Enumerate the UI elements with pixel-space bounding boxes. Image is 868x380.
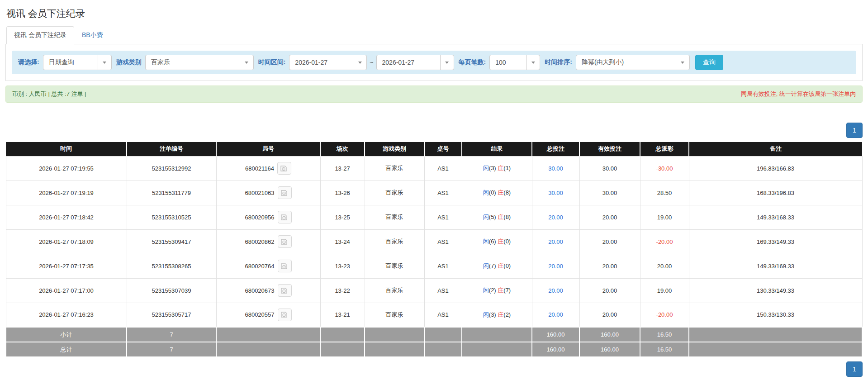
- cell-game-type: 百家乐: [365, 156, 424, 180]
- col-session: 场次: [320, 142, 365, 156]
- cell-table-no: AS1: [424, 180, 462, 205]
- round-no-text: 680020862: [245, 238, 274, 245]
- cell-session: 13-27: [320, 156, 365, 180]
- query-mode-select[interactable]: 日期查询: [43, 55, 112, 70]
- result-player-label: 闲: [483, 287, 489, 294]
- result-banker-label: 庄: [498, 214, 503, 220]
- cell-session: 13-24: [320, 229, 365, 254]
- cell-payout: 19.00: [640, 205, 689, 229]
- cell-remark: 149.33/168.33: [689, 205, 862, 229]
- result-banker-score: (8): [503, 214, 511, 220]
- round-no-text: 680021164: [245, 165, 274, 172]
- col-total-bet: 总投注: [532, 142, 579, 156]
- video-file-icon: [281, 263, 289, 270]
- bet-records-table: 时间 注单编号 局号 场次 游戏类别 桌号 结果 总投注 有效投注 总派彩 备注…: [5, 142, 863, 357]
- cell-valid-bet: 20.00: [579, 303, 640, 327]
- pagination-bottom: 1: [5, 361, 863, 377]
- cell-time: 2026-01-27 07:16:23: [6, 303, 127, 327]
- tab-bb-tip[interactable]: BB小费: [74, 26, 111, 44]
- game-type-select[interactable]: 百家乐: [145, 55, 254, 70]
- cell-bet-no: 523155307039: [127, 278, 216, 303]
- cell-time: 2026-01-27 07:19:19: [6, 180, 127, 205]
- page-1-button[interactable]: 1: [846, 123, 863, 138]
- result-banker-label: 庄: [498, 189, 503, 196]
- cell-result: 闲(6) 庄(0): [462, 229, 532, 254]
- round-no-wrap: 680020764: [217, 260, 320, 272]
- video-replay-button[interactable]: [277, 162, 291, 175]
- cell-payout: -20.00: [640, 303, 689, 327]
- date-from-select[interactable]: 2026-01-27: [289, 55, 367, 70]
- result-player-label: 闲: [483, 189, 489, 196]
- result-player-score: (7): [489, 262, 498, 269]
- cell-round-no: 680020764: [216, 254, 320, 278]
- video-file-icon: [280, 165, 288, 172]
- chevron-down-icon: [353, 55, 366, 70]
- page-1-button[interactable]: 1: [846, 361, 863, 377]
- cell-game-type: 百家乐: [365, 229, 424, 254]
- cell-game-type: 百家乐: [365, 205, 424, 229]
- summary-bar: 币别 : 人民币 | 总共 :7 注单 | 同局有效投注, 统一计算在该局第一张…: [5, 86, 863, 103]
- total-total-bet: 160.00: [532, 342, 579, 357]
- col-valid-bet: 有效投注: [579, 142, 640, 156]
- result-player-score: (3): [489, 311, 498, 318]
- round-no-text: 680020956: [245, 214, 274, 221]
- video-replay-button[interactable]: [278, 309, 292, 321]
- video-file-icon: [281, 214, 289, 221]
- time-sort-select[interactable]: 降冪(由大到小): [576, 55, 690, 70]
- subtotal-payout: 16.50: [640, 327, 689, 342]
- table-row: 2026-01-27 07:16:23523155305717680020557…: [6, 303, 862, 327]
- cell-bet-no: 523155311779: [127, 180, 216, 205]
- cell-round-no: 680020956: [216, 205, 320, 229]
- video-file-icon: [281, 238, 289, 245]
- cell-payout: -30.00: [640, 156, 689, 180]
- result-banker-label: 庄: [498, 165, 503, 171]
- cell-total-bet: 20.00: [532, 278, 579, 303]
- round-no-text: 680020557: [245, 311, 274, 318]
- result-player-label: 闲: [483, 165, 489, 171]
- video-replay-button[interactable]: [278, 186, 292, 199]
- cell-bet-no: 523155312992: [127, 156, 216, 180]
- chevron-down-icon: [98, 55, 111, 70]
- total-label: 总计: [6, 342, 127, 357]
- col-table-no: 桌号: [424, 142, 462, 156]
- video-replay-button[interactable]: [278, 235, 292, 248]
- round-no-wrap: 680021164: [217, 162, 320, 175]
- tab-video-bet-records[interactable]: 视讯 会员下注纪录: [6, 26, 74, 44]
- video-replay-button[interactable]: [278, 260, 292, 272]
- round-no-wrap: 680020956: [217, 211, 320, 223]
- tab-bar: 视讯 会员下注纪录 BB小费: [5, 26, 863, 44]
- video-file-icon: [281, 287, 289, 294]
- cell-remark: 149.33/169.33: [689, 254, 862, 278]
- result-banker-score: (1): [503, 165, 511, 171]
- cell-total-bet: 20.00: [532, 254, 579, 278]
- total-row: 总计 7 160.00 160.00 16.50: [6, 342, 862, 357]
- cell-session: 13-25: [320, 205, 365, 229]
- table-header-row: 时间 注单编号 局号 场次 游戏类别 桌号 结果 总投注 有效投注 总派彩 备注: [6, 142, 862, 156]
- result-player-label: 闲: [483, 262, 489, 269]
- video-replay-button[interactable]: [278, 211, 292, 223]
- table-row: 2026-01-27 07:17:35523155308265680020764…: [6, 254, 862, 278]
- col-payout: 总派彩: [640, 142, 689, 156]
- result-banker-label: 庄: [498, 262, 503, 269]
- date-to-select[interactable]: 2026-01-27: [376, 55, 454, 70]
- table-row: 2026-01-27 07:17:00523155307039680020673…: [6, 278, 862, 303]
- cell-result: 闲(3) 庄(2): [462, 303, 532, 327]
- table-row: 2026-01-27 07:18:42523155310525680020956…: [6, 205, 862, 229]
- result-player-score: (3): [489, 165, 498, 171]
- page-size-select[interactable]: 100: [489, 55, 540, 70]
- cell-valid-bet: 20.00: [579, 254, 640, 278]
- round-no-wrap: 680021063: [217, 186, 320, 199]
- col-bet-no: 注单编号: [127, 142, 216, 156]
- cell-round-no: 680020557: [216, 303, 320, 327]
- video-file-icon: [281, 311, 289, 318]
- video-replay-button[interactable]: [278, 284, 292, 297]
- time-sort-label: 时间排序:: [545, 58, 572, 66]
- chevron-down-icon: [676, 55, 689, 70]
- cell-table-no: AS1: [424, 205, 462, 229]
- cell-table-no: AS1: [424, 254, 462, 278]
- query-button[interactable]: 查询: [695, 55, 723, 70]
- cell-valid-bet: 20.00: [579, 205, 640, 229]
- cell-session: 13-22: [320, 278, 365, 303]
- result-banker-label: 庄: [498, 287, 503, 294]
- page-size-label: 每页笔数:: [459, 58, 486, 66]
